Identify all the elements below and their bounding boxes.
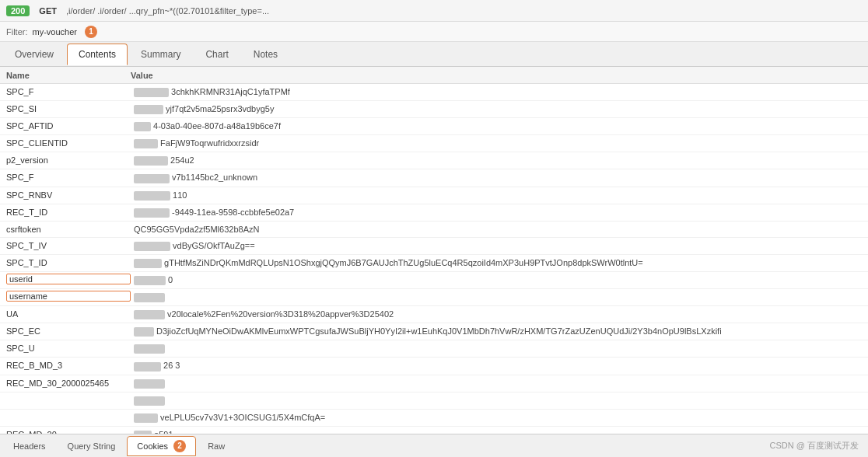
cell-name: REC_T_ID: [6, 206, 131, 218]
col-name-header: Name: [6, 71, 131, 80]
cell-name: SPC_SI: [6, 103, 131, 115]
watermark: CSDN @ 百度测试开发: [770, 440, 865, 452]
cell-value: 254u2: [131, 154, 862, 167]
tab-summary[interactable]: Summary: [129, 44, 192, 65]
cell-value: v7b1145bc2_unknown: [131, 171, 862, 184]
bottom-tabs: Headers Query String Cookies 2 Raw CSDN …: [0, 434, 868, 457]
bottom-badge: 2: [173, 440, 186, 452]
cell-name: SPC_F: [6, 85, 131, 98]
bottom-tab-cookies[interactable]: Cookies 2: [127, 436, 196, 456]
cell-name: SPC_T_ID: [6, 256, 131, 269]
cell-value: [131, 291, 862, 304]
table-body: SPC_F 3chkhKRMNR31AjqC1yfaTPMfSPC_SI yjf…: [0, 84, 868, 434]
tab-notes[interactable]: Notes: [242, 44, 289, 65]
top-bar: 200 GET ,i/order/ .i/order/ ...qry_pfn~*…: [0, 0, 868, 22]
method-label: GET: [39, 6, 57, 16]
tab-chart[interactable]: Chart: [194, 44, 240, 65]
table-row: UA v20locale%2Fen%20version%3D318%20appv…: [0, 306, 868, 323]
tabs-row: Overview Contents Summary Chart Notes: [0, 42, 868, 67]
table-row: [0, 392, 868, 410]
cell-value: 3chkhKRMNR31AjqC1yfaTPMf: [131, 85, 862, 99]
table-row: SPC_F v7b1145bc2_unknown: [0, 169, 868, 187]
cell-name: [6, 411, 131, 414]
bottom-tabs-left: Headers Query String Cookies 2 Raw: [3, 436, 236, 456]
filter-label: Filter:: [6, 27, 28, 37]
table-row: veLPLU5cv7v3V1+3OICSUG1/5X4mCfqA=: [0, 410, 868, 427]
cell-value: v20locale%2Fen%20version%3D318%20appver%…: [131, 308, 862, 321]
column-headers: Name Value: [0, 67, 868, 84]
cell-name: REC_B_MD_3: [6, 359, 131, 372]
cell-value: vdByGS/OkfTAuZg==: [131, 239, 862, 253]
table-row: REC_T_ID -9449-11ea-9598-ccbbfe5e02a7: [0, 204, 868, 222]
cell-name: SPC_U: [6, 342, 131, 354]
table-row: p2_version 254u2: [0, 152, 868, 169]
table-row: REC_MD_30_2000025465: [0, 375, 868, 392]
cell-name: SPC_AFTID: [6, 120, 131, 132]
cell-value: o591: [131, 428, 862, 434]
cell-value: gTHtfMsZiNDrQKmMdRQLUpsN1OShxgjQQymJ6B7G…: [131, 256, 862, 270]
url-text: ,i/order/ .i/order/ ...qry_pfn~*((02.701…: [66, 6, 862, 16]
cell-name: SPC_F: [6, 171, 131, 183]
cell-value: 110: [131, 189, 862, 202]
cell-value: 4-03a0-40ee-807d-a48a19b6ce7f: [131, 120, 862, 133]
main-content: Name Value SPC_F 3chkhKRMNR31AjqC1yfaTPM…: [0, 67, 868, 457]
cell-value: yjf7qt2v5ma25psrx3vdbyg5y: [131, 103, 862, 116]
cell-value: 0: [131, 274, 862, 287]
table-row: SPC_AFTID 4-03a0-40ee-807d-a48a19b6ce7f: [0, 118, 868, 135]
cell-name: [6, 394, 131, 397]
table-row: SPC_U: [0, 340, 868, 358]
cell-name: userid: [6, 274, 131, 284]
filter-badge: 1: [85, 26, 97, 38]
cell-name: REC_MD_30_2000025465: [6, 377, 131, 389]
cell-name: SPC_EC: [6, 325, 131, 337]
table-row: REC_MD_20 o591: [0, 427, 868, 434]
cell-value: veLPLU5cv7v3V1+3OICSUG1/5X4mCfqA=: [131, 411, 862, 424]
cell-value: -9449-11ea-9598-ccbbfe5e02a7: [131, 206, 862, 219]
filter-value: my-voucher: [33, 27, 77, 37]
table-row: SPC_F 3chkhKRMNR31AjqC1yfaTPMf: [0, 84, 868, 101]
cell-name: SPC_CLIENTID: [6, 137, 131, 149]
table-row: SPC_T_ID gTHtfMsZiNDrQKmMdRQLUpsN1OShxgj…: [0, 255, 868, 272]
table-row: username: [0, 289, 868, 306]
cell-value: D3jioZcfUqMYNeOiDwAKMlvEumxWPTCgsufaJWSu…: [131, 325, 862, 338]
tab-overview[interactable]: Overview: [3, 44, 65, 65]
table-row: csrftokenQC95GG5Vpda2zf5Ml632b8AzN: [0, 222, 868, 238]
table-row: SPC_SI yjf7qt2v5ma25psrx3vdbyg5y: [0, 101, 868, 118]
cell-value: [131, 377, 862, 390]
bottom-tab-raw[interactable]: Raw: [198, 438, 235, 455]
cell-value: QC95GG5Vpda2zf5Ml632b8AzN: [131, 223, 862, 235]
table-row: SPC_EC D3jioZcfUqMYNeOiDwAKMlvEumxWPTCgs…: [0, 323, 868, 340]
col-value-header: Value: [131, 71, 862, 80]
bottom-tab-querystring[interactable]: Query String: [58, 438, 126, 455]
cell-name: SPC_T_IV: [6, 239, 131, 252]
cell-name: UA: [6, 308, 131, 320]
table-row: userid 0: [0, 272, 868, 289]
cell-name: csrftoken: [6, 223, 131, 235]
status-badge: 200: [6, 5, 30, 16]
bottom-tab-headers[interactable]: Headers: [3, 438, 56, 455]
cell-value: [131, 394, 862, 407]
cell-value: 26 3: [131, 359, 862, 372]
table-row: SPC_CLIENTID FaFjW9Toqrwufridxxrzsidr: [0, 135, 868, 152]
table-row: SPC_T_IV vdByGS/OkfTAuZg==: [0, 238, 868, 255]
cell-value: FaFjW9Toqrwufridxxrzsidr: [131, 137, 862, 150]
cell-name: username: [6, 291, 131, 302]
cell-name: REC_MD_20: [6, 428, 131, 434]
table-row: SPC_RNBV 110: [0, 187, 868, 204]
filter-bar: Filter: my-voucher 1: [0, 22, 868, 42]
table-row: REC_B_MD_3 26 3: [0, 358, 868, 375]
cell-value: [131, 342, 862, 355]
cell-name: SPC_RNBV: [6, 189, 131, 201]
cell-name: p2_version: [6, 154, 131, 166]
tab-contents[interactable]: Contents: [67, 44, 128, 65]
